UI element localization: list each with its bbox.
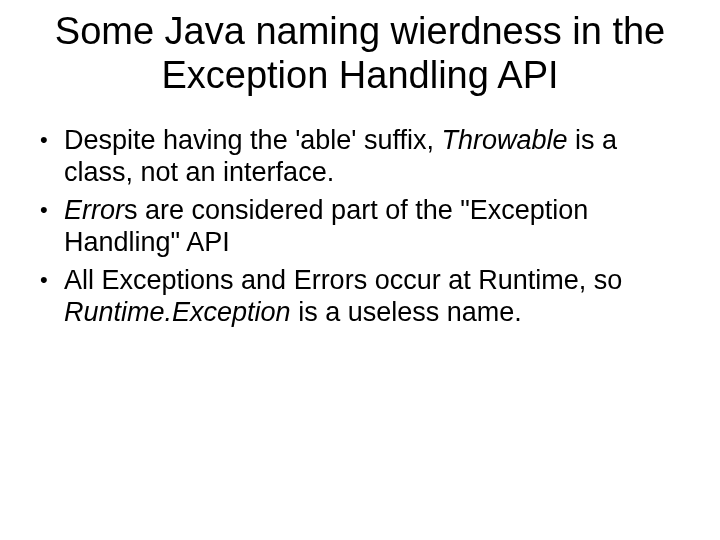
italic-term: Error <box>64 195 124 225</box>
slide: Some Java naming wierdness in the Except… <box>0 0 720 540</box>
list-item: Despite having the 'able' suffix, Throwa… <box>40 125 686 189</box>
list-item: All Exceptions and Errors occur at Runti… <box>40 265 686 329</box>
bullet-list: Despite having the 'able' suffix, Throwa… <box>30 125 690 328</box>
text: Despite having the 'able' suffix, <box>64 125 442 155</box>
list-item: Errors are considered part of the "Excep… <box>40 195 686 259</box>
text: is a useless name. <box>291 297 522 327</box>
italic-term: Runtime.Exception <box>64 297 291 327</box>
slide-title: Some Java naming wierdness in the Except… <box>30 10 690 97</box>
text: s are considered part of the "Exception … <box>64 195 588 257</box>
italic-term: Throwable <box>442 125 568 155</box>
text: All Exceptions and Errors occur at Runti… <box>64 265 622 295</box>
